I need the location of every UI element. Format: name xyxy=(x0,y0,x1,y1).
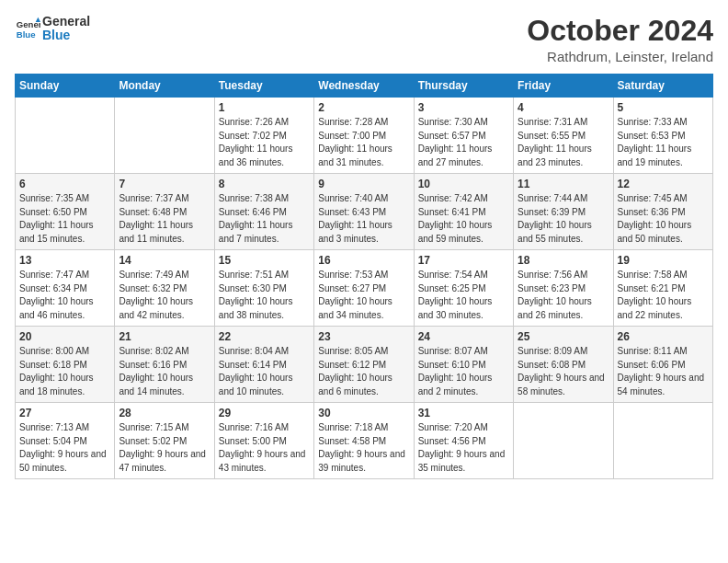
day-number: 28 xyxy=(119,407,210,419)
logo-general: General xyxy=(42,15,90,29)
day-number: 2 xyxy=(318,101,409,114)
week-row-3: 13Sunrise: 7:47 AM Sunset: 6:34 PM Dayli… xyxy=(16,250,713,327)
day-number: 12 xyxy=(618,178,709,190)
day-number: 20 xyxy=(19,330,110,343)
day-cell: 27Sunrise: 7:13 AM Sunset: 5:04 PM Dayli… xyxy=(16,403,115,479)
day-detail: Sunrise: 7:15 AM Sunset: 5:02 PM Dayligh… xyxy=(119,421,210,475)
day-cell: 22Sunrise: 8:04 AM Sunset: 6:14 PM Dayli… xyxy=(214,327,313,403)
day-cell: 18Sunrise: 7:56 AM Sunset: 6:23 PM Dayli… xyxy=(514,250,613,327)
week-row-5: 27Sunrise: 7:13 AM Sunset: 5:04 PM Dayli… xyxy=(16,403,713,479)
day-detail: Sunrise: 7:33 AM Sunset: 6:53 PM Dayligh… xyxy=(618,116,709,169)
day-cell: 13Sunrise: 7:47 AM Sunset: 6:34 PM Dayli… xyxy=(16,250,115,327)
location: Rathdrum, Leinster, Ireland xyxy=(527,49,713,64)
day-header-sunday: Sunday xyxy=(16,75,115,98)
day-cell: 16Sunrise: 7:53 AM Sunset: 6:27 PM Dayli… xyxy=(314,250,414,327)
day-cell: 23Sunrise: 8:05 AM Sunset: 6:12 PM Dayli… xyxy=(314,327,414,403)
calendar-header-row: SundayMondayTuesdayWednesdayThursdayFrid… xyxy=(16,75,713,98)
day-cell: 24Sunrise: 8:07 AM Sunset: 6:10 PM Dayli… xyxy=(414,327,513,403)
header: General Blue General Blue October 2024 R… xyxy=(15,15,713,64)
day-detail: Sunrise: 7:42 AM Sunset: 6:41 PM Dayligh… xyxy=(418,192,509,246)
day-number: 31 xyxy=(418,407,509,419)
day-cell xyxy=(16,98,115,174)
day-detail: Sunrise: 8:04 AM Sunset: 6:14 PM Dayligh… xyxy=(219,345,310,398)
day-detail: Sunrise: 7:56 AM Sunset: 6:23 PM Dayligh… xyxy=(518,269,609,322)
day-detail: Sunrise: 7:45 AM Sunset: 6:36 PM Dayligh… xyxy=(618,192,709,246)
day-cell: 31Sunrise: 7:20 AM Sunset: 4:56 PM Dayli… xyxy=(414,403,513,479)
day-detail: Sunrise: 8:00 AM Sunset: 6:18 PM Dayligh… xyxy=(19,345,110,398)
day-cell: 15Sunrise: 7:51 AM Sunset: 6:30 PM Dayli… xyxy=(214,250,313,327)
month-title: October 2024 xyxy=(527,15,713,47)
day-cell: 20Sunrise: 8:00 AM Sunset: 6:18 PM Dayli… xyxy=(16,327,115,403)
day-detail: Sunrise: 8:05 AM Sunset: 6:12 PM Dayligh… xyxy=(318,345,409,398)
day-detail: Sunrise: 7:35 AM Sunset: 6:50 PM Dayligh… xyxy=(19,192,110,246)
page: General Blue General Blue October 2024 R… xyxy=(0,0,728,563)
week-row-2: 6Sunrise: 7:35 AM Sunset: 6:50 PM Daylig… xyxy=(16,174,713,250)
day-number: 27 xyxy=(19,407,110,419)
day-header-monday: Monday xyxy=(115,75,214,98)
day-detail: Sunrise: 8:02 AM Sunset: 6:16 PM Dayligh… xyxy=(119,345,210,398)
day-detail: Sunrise: 7:26 AM Sunset: 7:02 PM Dayligh… xyxy=(219,116,310,169)
day-cell: 5Sunrise: 7:33 AM Sunset: 6:53 PM Daylig… xyxy=(613,98,712,174)
logo-icon: General Blue xyxy=(15,16,40,41)
day-detail: Sunrise: 7:31 AM Sunset: 6:55 PM Dayligh… xyxy=(518,116,609,169)
day-cell: 21Sunrise: 8:02 AM Sunset: 6:16 PM Dayli… xyxy=(115,327,214,403)
svg-text:Blue: Blue xyxy=(17,29,36,40)
day-cell: 9Sunrise: 7:40 AM Sunset: 6:43 PM Daylig… xyxy=(314,174,414,250)
day-cell: 28Sunrise: 7:15 AM Sunset: 5:02 PM Dayli… xyxy=(115,403,214,479)
day-number: 10 xyxy=(418,178,509,190)
day-cell xyxy=(115,98,214,174)
day-number: 15 xyxy=(219,254,310,267)
day-cell: 3Sunrise: 7:30 AM Sunset: 6:57 PM Daylig… xyxy=(414,98,513,174)
day-detail: Sunrise: 7:16 AM Sunset: 5:00 PM Dayligh… xyxy=(219,421,310,475)
day-number: 13 xyxy=(19,254,110,267)
day-detail: Sunrise: 7:18 AM Sunset: 4:58 PM Dayligh… xyxy=(318,421,409,475)
logo: General Blue General Blue xyxy=(15,15,90,43)
day-number: 11 xyxy=(518,178,609,190)
day-cell: 2Sunrise: 7:28 AM Sunset: 7:00 PM Daylig… xyxy=(314,98,414,174)
day-cell: 1Sunrise: 7:26 AM Sunset: 7:02 PM Daylig… xyxy=(214,98,313,174)
day-number: 3 xyxy=(418,101,509,114)
day-cell: 29Sunrise: 7:16 AM Sunset: 5:00 PM Dayli… xyxy=(214,403,313,479)
day-detail: Sunrise: 7:54 AM Sunset: 6:25 PM Dayligh… xyxy=(418,269,509,322)
day-number: 23 xyxy=(318,330,409,343)
day-number: 26 xyxy=(618,330,709,343)
day-number: 29 xyxy=(219,407,310,419)
day-number: 5 xyxy=(618,101,709,114)
day-header-thursday: Thursday xyxy=(414,75,513,98)
day-number: 8 xyxy=(219,178,310,190)
logo-blue: Blue xyxy=(42,29,90,42)
day-number: 1 xyxy=(219,101,310,114)
day-cell: 14Sunrise: 7:49 AM Sunset: 6:32 PM Dayli… xyxy=(115,250,214,327)
day-cell: 4Sunrise: 7:31 AM Sunset: 6:55 PM Daylig… xyxy=(514,98,613,174)
day-header-tuesday: Tuesday xyxy=(214,75,313,98)
day-cell: 11Sunrise: 7:44 AM Sunset: 6:39 PM Dayli… xyxy=(514,174,613,250)
day-header-friday: Friday xyxy=(514,75,613,98)
day-number: 7 xyxy=(119,178,210,190)
day-cell: 8Sunrise: 7:38 AM Sunset: 6:46 PM Daylig… xyxy=(214,174,313,250)
day-cell: 30Sunrise: 7:18 AM Sunset: 4:58 PM Dayli… xyxy=(314,403,414,479)
day-cell: 7Sunrise: 7:37 AM Sunset: 6:48 PM Daylig… xyxy=(115,174,214,250)
day-number: 24 xyxy=(418,330,509,343)
title-block: October 2024 Rathdrum, Leinster, Ireland xyxy=(527,15,713,64)
day-detail: Sunrise: 7:28 AM Sunset: 7:00 PM Dayligh… xyxy=(318,116,409,169)
day-cell: 12Sunrise: 7:45 AM Sunset: 6:36 PM Dayli… xyxy=(613,174,712,250)
day-cell: 25Sunrise: 8:09 AM Sunset: 6:08 PM Dayli… xyxy=(514,327,613,403)
day-cell: 6Sunrise: 7:35 AM Sunset: 6:50 PM Daylig… xyxy=(16,174,115,250)
day-detail: Sunrise: 7:30 AM Sunset: 6:57 PM Dayligh… xyxy=(418,116,509,169)
calendar-table: SundayMondayTuesdayWednesdayThursdayFrid… xyxy=(15,74,713,479)
day-number: 6 xyxy=(19,178,110,190)
day-number: 21 xyxy=(119,330,210,343)
day-cell: 19Sunrise: 7:58 AM Sunset: 6:21 PM Dayli… xyxy=(613,250,712,327)
day-detail: Sunrise: 7:37 AM Sunset: 6:48 PM Dayligh… xyxy=(119,192,210,246)
day-detail: Sunrise: 7:47 AM Sunset: 6:34 PM Dayligh… xyxy=(19,269,110,322)
day-detail: Sunrise: 7:49 AM Sunset: 6:32 PM Dayligh… xyxy=(119,269,210,322)
day-number: 4 xyxy=(518,101,609,114)
day-cell xyxy=(514,403,613,479)
week-row-4: 20Sunrise: 8:00 AM Sunset: 6:18 PM Dayli… xyxy=(16,327,713,403)
day-number: 22 xyxy=(219,330,310,343)
day-header-saturday: Saturday xyxy=(613,75,712,98)
day-header-wednesday: Wednesday xyxy=(314,75,414,98)
day-detail: Sunrise: 7:51 AM Sunset: 6:30 PM Dayligh… xyxy=(219,269,310,322)
day-detail: Sunrise: 7:53 AM Sunset: 6:27 PM Dayligh… xyxy=(318,269,409,322)
day-number: 17 xyxy=(418,254,509,267)
